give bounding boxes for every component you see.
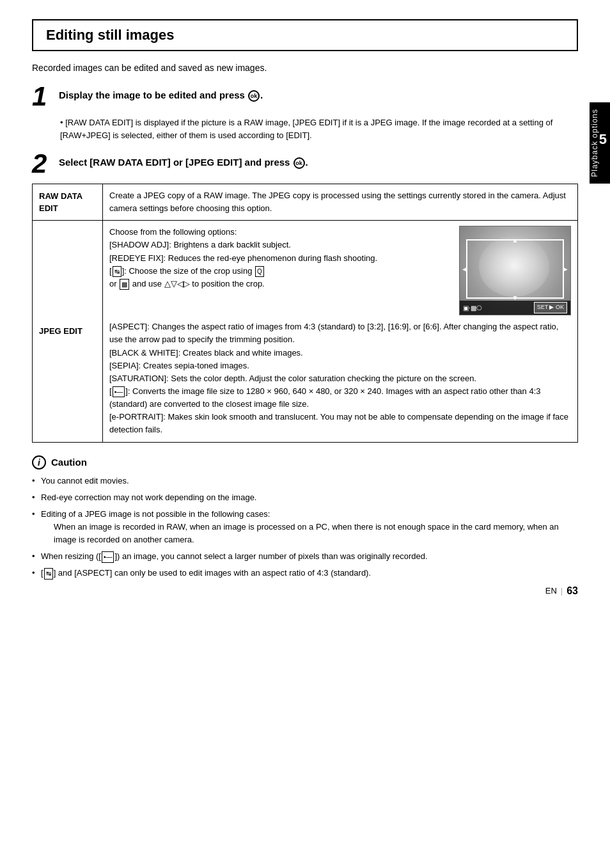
caution-item-1: You cannot edit movies.: [32, 475, 578, 487]
jpeg-opt-eportrait: [e-PORTRAIT]: Makes skin look smooth and…: [109, 411, 571, 436]
intro-text: Recorded images can be edited and saved …: [32, 63, 578, 73]
step-1-note: [RAW DATA EDIT] is displayed if the pict…: [60, 116, 578, 141]
ok-button-icon-1: ok: [248, 90, 260, 102]
caution-item-4: When resizing ([▪—]) an image, you canno…: [32, 550, 578, 563]
caution-section: i Caution You cannot edit movies. Red-ey…: [32, 455, 578, 580]
step-1-label: Display the image to be edited and press: [59, 90, 247, 100]
jpeg-edit-content: ▲ ▼ ◀ ▶ ▣·▩⎔ SET ▶ OK Choose from: [103, 221, 578, 442]
crop-status-icons: ▣·▩⎔: [463, 303, 482, 313]
step-2-label: Select [RAW DATA EDIT] or [JPEG EDIT] an…: [59, 157, 293, 168]
raw-data-edit-content: Create a JPEG copy of a RAW image. The J…: [103, 184, 578, 221]
jpeg-opt-saturation: [SATURATION]: Sets the color depth. Adju…: [109, 372, 571, 385]
step-2-number: 2: [32, 150, 51, 177]
page-footer: EN | 63: [545, 585, 578, 597]
page-container: 5 Playback options Editing still images …: [0, 0, 610, 610]
footer-pipe: |: [561, 586, 563, 596]
table-row-jpeg: JPEG EDIT ▲ ▼ ◀ ▶: [33, 221, 578, 442]
caution-item-5: [↹] and [ASPECT] can only be used to edi…: [32, 567, 578, 580]
step-1-text: Display the image to be edited and press…: [59, 83, 263, 102]
ok-button-icon-2: ok: [293, 157, 305, 169]
step-2: 2 Select [RAW DATA EDIT] or [JPEG EDIT] …: [32, 150, 578, 177]
caution-item-3-sub: When an image is recorded in RAW, when a…: [41, 521, 578, 546]
arrow-up-icon: ▲: [512, 235, 519, 246]
arrow-right-icon: ▶: [563, 264, 568, 274]
resize-icon: ▪—: [113, 386, 125, 398]
caution-header: i Caution: [32, 455, 578, 470]
set-ok-button[interactable]: SET ▶ OK: [534, 302, 567, 313]
arrow-left-icon: ◀: [462, 264, 467, 274]
table-row-raw: RAW DATAEDIT Create a JPEG copy of a RAW…: [33, 184, 578, 221]
page-title: Editing still images: [46, 27, 564, 43]
caution-title: Caution: [51, 457, 87, 468]
crop-icon: ↹: [113, 266, 121, 278]
edit-table: RAW DATAEDIT Create a JPEG copy of a RAW…: [32, 184, 578, 443]
jpeg-edit-inner: ▲ ▼ ◀ ▶ ▣·▩⎔ SET ▶ OK Choose from: [109, 226, 571, 320]
step-2-text: Select [RAW DATA EDIT] or [JPEG EDIT] an…: [59, 150, 308, 169]
chapter-number: 5: [599, 131, 607, 148]
chapter-text: Playback options: [590, 109, 599, 177]
crop-icon-caution: ↹: [44, 568, 53, 580]
step-1-number: 1: [32, 83, 51, 110]
caution-item-3: Editing of a JPEG image is not possible …: [32, 508, 578, 546]
raw-data-edit-label: RAW DATAEDIT: [33, 184, 103, 221]
jpeg-opt-bw: [BLACK & WHITE]: Creates black and white…: [109, 347, 571, 359]
caution-icon: i: [32, 455, 46, 470]
zoom-icon: Q: [255, 266, 264, 278]
caution-item-2: Red-eye correction may not work dependin…: [32, 491, 578, 504]
crop-preview-image: ▲ ▼ ◀ ▶ ▣·▩⎔ SET ▶ OK: [459, 226, 571, 315]
jpeg-edit-label: JPEG EDIT: [33, 221, 103, 442]
multisel-icon: ▩: [120, 279, 129, 290]
resize-icon-caution: ▪—: [102, 551, 114, 563]
page-number: 63: [567, 585, 578, 597]
caution-list: You cannot edit movies. Red-eye correcti…: [32, 475, 578, 580]
title-box: Editing still images: [32, 19, 578, 51]
chapter-tab: 5 Playback options: [590, 102, 610, 184]
step-1: 1 Display the image to be edited and pre…: [32, 83, 578, 110]
jpeg-opt-resize: [▪—]: Converts the image file size to 12…: [109, 385, 571, 411]
jpeg-opt-sepia: [SEPIA]: Creates sepia-toned images.: [109, 359, 571, 372]
jpeg-opt-aspect: [ASPECT]: Changes the aspect ratio of im…: [109, 320, 571, 346]
crop-status-bar: ▣·▩⎔ SET ▶ OK: [460, 301, 570, 315]
crop-overlay: ▲ ▼ ◀ ▶: [466, 239, 564, 299]
language-label: EN: [545, 586, 557, 596]
